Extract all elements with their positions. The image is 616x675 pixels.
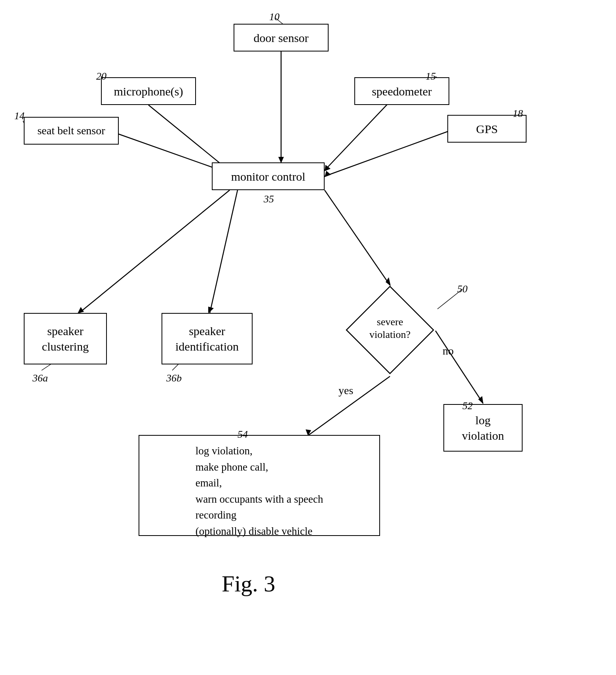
- speaker-clustering-box: speaker clustering: [24, 313, 107, 364]
- log-violation-simple-label: log violation: [462, 412, 504, 443]
- ref-35: 35: [264, 193, 274, 205]
- speaker-identification-label: speaker identification: [175, 323, 239, 354]
- log-violation-simple-box: log violation: [443, 404, 523, 452]
- ref-36b: 36b: [166, 372, 182, 384]
- ref-54: 54: [238, 429, 248, 440]
- log-violation-complex-label: log violation, make phone call, email, w…: [196, 443, 323, 539]
- svg-text:severe: severe: [377, 316, 403, 328]
- severe-violation-diamond: severe violation?: [344, 284, 435, 376]
- door-sensor-label: door sensor: [253, 30, 308, 46]
- microphones-box: microphone(s): [101, 77, 196, 105]
- door-sensor-box: door sensor: [234, 24, 329, 51]
- ref-20: 20: [96, 71, 106, 82]
- yes-label: yes: [338, 384, 353, 397]
- ref-15: 15: [426, 71, 436, 82]
- no-label: no: [443, 345, 454, 357]
- svg-text:violation?: violation?: [369, 329, 411, 340]
- seat-belt-label: seat belt sensor: [37, 124, 105, 138]
- ref-18: 18: [513, 108, 523, 120]
- speaker-clustering-label: speaker clustering: [42, 323, 89, 354]
- monitor-control-box: monitor control: [212, 162, 325, 190]
- ref-52: 52: [462, 400, 473, 412]
- monitor-control-label: monitor control: [231, 169, 305, 184]
- log-violation-complex-box: log violation, make phone call, email, w…: [139, 435, 380, 536]
- microphones-label: microphone(s): [114, 84, 183, 99]
- diagram: door sensor microphone(s) seat belt sens…: [0, 0, 616, 675]
- figure-label: Fig. 3: [222, 570, 275, 597]
- speaker-identification-box: speaker identification: [162, 313, 253, 364]
- seat-belt-box: seat belt sensor: [24, 117, 119, 145]
- gps-label: GPS: [476, 121, 498, 137]
- ref-14: 14: [14, 110, 25, 122]
- ref-50: 50: [457, 283, 468, 295]
- ref-10: 10: [269, 11, 279, 23]
- ref-36a: 36a: [32, 372, 48, 384]
- speedometer-label: speedometer: [372, 84, 432, 99]
